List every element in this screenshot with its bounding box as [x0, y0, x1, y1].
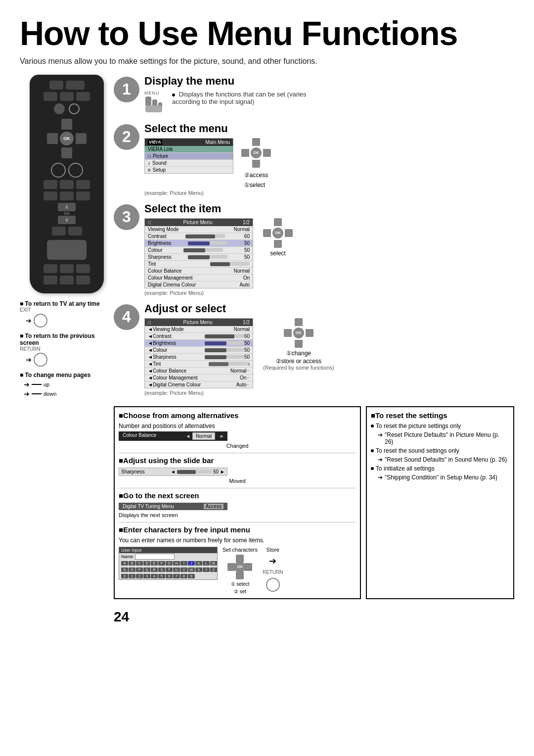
- ok-center-4[interactable]: OK: [293, 328, 304, 338]
- remote-btn-5[interactable]: [76, 92, 90, 101]
- key-B[interactable]: B: [129, 561, 135, 566]
- remote-btn-1[interactable]: [49, 81, 63, 90]
- key-O[interactable]: O: [129, 567, 135, 572]
- ok-dpad-4[interactable]: OK: [284, 318, 313, 348]
- key-E[interactable]: E: [151, 561, 158, 566]
- access-btn[interactable]: Access: [204, 504, 223, 509]
- remote-btn-9[interactable]: [44, 191, 57, 200]
- remote-btn-10[interactable]: [60, 191, 74, 200]
- remote-circle-3[interactable]: [68, 163, 83, 178]
- ok-left-3[interactable]: [263, 229, 271, 237]
- ok-right-input[interactable]: [244, 563, 252, 571]
- key-F[interactable]: F: [158, 561, 165, 566]
- ok-center-2[interactable]: OK: [251, 147, 262, 158]
- ok-right-2[interactable]: [263, 149, 271, 157]
- remote-btn-11[interactable]: [76, 191, 90, 200]
- ok-down-3[interactable]: [274, 240, 282, 248]
- ok-down-4[interactable]: [295, 340, 303, 348]
- ok-dpad-2[interactable]: OK: [241, 138, 271, 168]
- remote-btn-15[interactable]: [60, 264, 74, 273]
- key-X[interactable]: X: [195, 567, 202, 572]
- remote-dpad[interactable]: OK: [47, 119, 87, 158]
- key-3[interactable]: 3: [143, 574, 150, 578]
- row-viewing-mode-4: ◄ Viewing Mode Normal: [145, 326, 253, 333]
- ch-buttons[interactable]: ∧ CH ∨: [58, 203, 76, 224]
- ch-down[interactable]: ∨: [58, 216, 76, 224]
- return-circle-btn[interactable]: [266, 578, 280, 592]
- bar-brightness-3: [188, 241, 227, 245]
- dpad-ok[interactable]: OK: [60, 132, 74, 145]
- dpad-up[interactable]: [61, 119, 72, 130]
- ok-left-4[interactable]: [284, 329, 292, 337]
- exit-btn-circle[interactable]: [34, 314, 47, 328]
- ok-dpad-input[interactable]: OK: [227, 555, 252, 579]
- key-4[interactable]: 4: [151, 574, 158, 578]
- cb-demo-label: Colour Balance: [123, 432, 156, 440]
- main-menu-mockup: VIErA Main Menu VIERA Link □ Picture: [144, 138, 233, 174]
- key-N[interactable]: N: [121, 567, 128, 572]
- row-label-t4: Tint: [153, 361, 209, 367]
- key-R[interactable]: R: [151, 567, 158, 572]
- key-I[interactable]: I: [180, 561, 187, 566]
- remote-btn-7[interactable]: [60, 180, 74, 189]
- ok-right-3[interactable]: [285, 229, 293, 237]
- key-A[interactable]: A: [121, 561, 128, 566]
- key-Q[interactable]: Q: [143, 567, 150, 572]
- remote-btn-12[interactable]: [52, 227, 66, 236]
- key-9[interactable]: 9: [188, 574, 195, 578]
- key-Y[interactable]: Y: [203, 567, 210, 572]
- key-U[interactable]: U: [173, 567, 180, 572]
- remote-round-1[interactable]: [54, 103, 65, 114]
- remote-circle-1[interactable]: [69, 103, 80, 114]
- key-M[interactable]: M: [210, 561, 217, 566]
- key-H[interactable]: H: [173, 561, 180, 566]
- key-S[interactable]: S: [158, 567, 165, 572]
- key-V[interactable]: V: [180, 567, 187, 572]
- key-6[interactable]: 6: [166, 574, 173, 578]
- remote-btn-17[interactable]: [44, 276, 57, 284]
- ok-center-input[interactable]: OK: [234, 562, 245, 572]
- key-W[interactable]: W: [188, 567, 195, 572]
- ok-dpad-3[interactable]: OK: [263, 218, 293, 248]
- key-C[interactable]: C: [136, 561, 143, 566]
- dpad-right[interactable]: [76, 133, 87, 144]
- key-J[interactable]: J: [188, 561, 195, 566]
- remote-btn-4[interactable]: [60, 92, 74, 101]
- ok-center-3[interactable]: OK: [272, 228, 283, 238]
- key-5[interactable]: 5: [158, 574, 165, 578]
- key-8[interactable]: 8: [180, 574, 187, 578]
- remote-btn-19[interactable]: [76, 276, 90, 284]
- ok-down-input[interactable]: [236, 571, 244, 579]
- key-G[interactable]: G: [166, 561, 173, 566]
- key-D[interactable]: D: [143, 561, 150, 566]
- remote-circle-2[interactable]: [51, 163, 66, 178]
- ok-right-4[interactable]: [306, 329, 313, 337]
- key-7[interactable]: 7: [173, 574, 180, 578]
- ok-up-2[interactable]: [252, 138, 260, 146]
- key-P[interactable]: P: [136, 567, 143, 572]
- remote-btn-14[interactable]: [44, 264, 57, 273]
- remote-btn-13[interactable]: [68, 227, 82, 236]
- return-btn-circle[interactable]: [34, 353, 47, 367]
- remote-btn-6[interactable]: [44, 180, 57, 189]
- dpad-left[interactable]: [47, 133, 58, 144]
- ok-left-2[interactable]: [241, 149, 249, 157]
- ch-up[interactable]: ∧: [58, 203, 76, 211]
- key-Z[interactable]: Z: [210, 567, 217, 572]
- remote-btn-8[interactable]: [76, 180, 90, 189]
- key-2[interactable]: 2: [136, 574, 143, 578]
- dpad-down[interactable]: [61, 147, 72, 158]
- remote-btn-3[interactable]: [44, 92, 57, 101]
- key-T[interactable]: T: [166, 567, 173, 572]
- remote-btn-2[interactable]: [66, 81, 85, 90]
- ok-down-2[interactable]: [252, 160, 260, 168]
- name-field[interactable]: [135, 554, 175, 560]
- key-1[interactable]: 1: [129, 574, 135, 578]
- key-0[interactable]: 0: [121, 574, 128, 578]
- key-K[interactable]: K: [195, 561, 202, 566]
- ok-up-3[interactable]: [274, 218, 282, 226]
- remote-btn-18[interactable]: [60, 276, 74, 284]
- remote-btn-16[interactable]: [76, 264, 90, 273]
- key-L[interactable]: L: [203, 561, 210, 566]
- ok-up-4[interactable]: [295, 318, 303, 326]
